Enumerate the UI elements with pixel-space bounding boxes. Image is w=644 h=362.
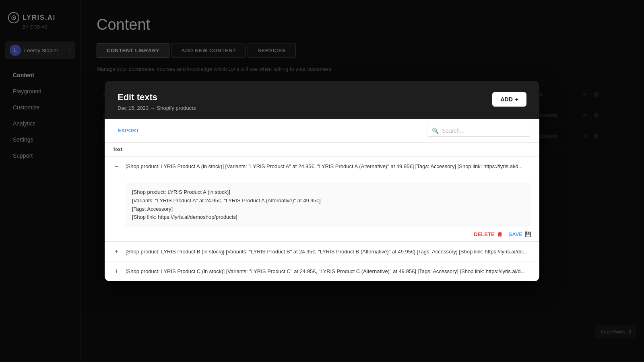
expanded-line-3: [Tags: Accessory]	[132, 205, 525, 214]
row-3-preview: [Shop product: LYRIS Product C (in stock…	[126, 268, 531, 274]
row-1-actions: DELETE 🗑 SAVE 💾	[105, 227, 539, 241]
modal-header: Edit texts Dec 15, 2023 → Shopify produc…	[105, 81, 539, 119]
text-row-1: − [Shop product: LYRIS Product A (in sto…	[105, 157, 539, 242]
row-1-expanded-content: [Shop product: LYRIS Product A (in stock…	[105, 176, 539, 227]
add-button-label: ADD	[500, 96, 512, 103]
plus-icon: +	[515, 96, 518, 103]
row-1-collapse-toggle[interactable]: − [Shop product: LYRIS Product A (in sto…	[105, 157, 539, 176]
expanded-line-1: [Shop product: LYRIS Product A (in stock…	[132, 188, 525, 197]
modal-toolbar: ↓ EXPORT 🔍	[105, 119, 539, 143]
row-2-preview: [Shop product: LYRIS Product B (in stock…	[126, 249, 531, 255]
modal-overlay[interactable]: Edit texts Dec 15, 2023 → Shopify produc…	[0, 0, 644, 362]
export-icon: ↓	[113, 128, 116, 134]
text-row-2: + [Shop product: LYRIS Product B (in sto…	[105, 242, 539, 261]
table-col-header: Text	[105, 143, 539, 157]
save-label: SAVE	[509, 231, 522, 237]
modal-body: ↓ EXPORT 🔍 Text − [Shop product: LYRIS P…	[105, 119, 539, 281]
delete-label: DELETE	[474, 231, 494, 237]
save-button[interactable]: SAVE 💾	[509, 231, 531, 237]
row-1-preview: [Shop product: LYRIS Product A (in stock…	[126, 163, 531, 169]
expanded-text-block: [Shop product: LYRIS Product A (in stock…	[126, 183, 531, 227]
expanded-line-2: [Variants: "LYRIS Product A" at 24.95€, …	[132, 197, 525, 205]
expand-icon-2[interactable]: +	[113, 247, 121, 255]
modal-title: Edit texts	[118, 92, 196, 103]
expanded-line-4: [Shop link: https://lyris.ai/demoshop/pr…	[132, 213, 525, 222]
search-input[interactable]	[442, 128, 526, 134]
add-button[interactable]: ADD +	[492, 92, 526, 107]
text-row-3: + [Shop product: LYRIS Product C (in sto…	[105, 261, 539, 281]
collapse-icon[interactable]: −	[113, 162, 121, 171]
expand-icon-3[interactable]: +	[113, 267, 121, 275]
modal-title-area: Edit texts Dec 15, 2023 → Shopify produc…	[118, 92, 196, 111]
export-label: EXPORT	[118, 128, 139, 134]
trash-icon: 🗑	[497, 231, 502, 237]
edit-texts-modal: Edit texts Dec 15, 2023 → Shopify produc…	[105, 81, 539, 281]
export-button[interactable]: ↓ EXPORT	[113, 128, 139, 134]
row-3-collapse-toggle[interactable]: + [Shop product: LYRIS Product C (in sto…	[105, 261, 539, 281]
search-container: 🔍	[427, 125, 531, 137]
save-icon: 💾	[525, 231, 531, 237]
row-2-collapse-toggle[interactable]: + [Shop product: LYRIS Product B (in sto…	[105, 242, 539, 261]
search-icon: 🔍	[432, 128, 439, 134]
modal-subtitle: Dec 15, 2023 → Shopify products	[118, 105, 196, 111]
delete-button[interactable]: DELETE 🗑	[474, 231, 502, 237]
